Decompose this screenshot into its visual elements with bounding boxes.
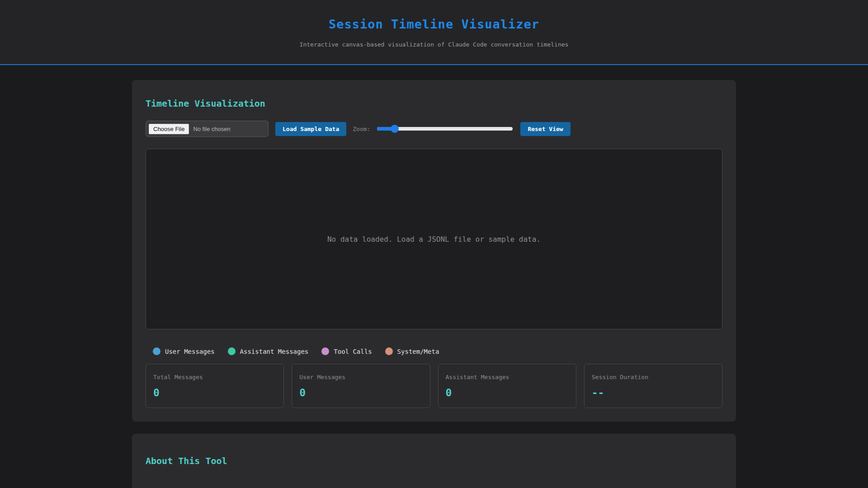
controls-row: Choose File No file chosen Load Sample D… — [146, 121, 722, 137]
stat-value: -- — [592, 387, 715, 399]
legend-label: Assistant Messages — [240, 348, 309, 355]
stat-card-total-messages: Total Messages 0 — [146, 364, 284, 408]
stat-value: 0 — [153, 387, 276, 399]
legend-label: User Messages — [165, 348, 215, 355]
file-input[interactable]: Choose File No file chosen — [146, 121, 269, 137]
legend: User Messages Assistant Messages Tool Ca… — [153, 347, 722, 355]
about-panel: About This Tool — [132, 434, 736, 488]
load-sample-data-button[interactable]: Load Sample Data — [275, 122, 346, 136]
page-header: Session Timeline Visualizer Interactive … — [0, 0, 868, 65]
reset-view-button[interactable]: Reset View — [520, 122, 570, 136]
zoom-label: Zoom: — [353, 126, 370, 132]
file-status-text: No file chosen — [193, 126, 230, 132]
stat-label: User Messages — [299, 374, 422, 380]
stat-value: 0 — [299, 387, 422, 399]
legend-label: System/Meta — [397, 348, 439, 355]
stat-card-assistant-messages: Assistant Messages 0 — [438, 364, 576, 408]
legend-item-assistant: Assistant Messages — [228, 347, 309, 355]
stat-label: Assistant Messages — [446, 374, 569, 380]
about-panel-heading: About This Tool — [146, 455, 722, 466]
stat-card-user-messages: User Messages 0 — [292, 364, 430, 408]
stat-label: Total Messages — [153, 374, 276, 380]
zoom-slider-thumb[interactable] — [391, 125, 399, 133]
stat-label: Session Duration — [592, 374, 715, 380]
page-subtitle: Interactive canvas-based visualization o… — [0, 41, 868, 48]
legend-item-tool-calls: Tool Calls — [321, 347, 372, 355]
stats-row: Total Messages 0 User Messages 0 Assista… — [146, 364, 722, 408]
system-meta-dot-icon — [385, 347, 393, 355]
page-title: Session Timeline Visualizer — [0, 17, 868, 31]
stat-card-session-duration: Session Duration -- — [584, 364, 722, 408]
user-messages-dot-icon — [153, 347, 160, 355]
assistant-messages-dot-icon — [228, 347, 236, 355]
tool-calls-dot-icon — [321, 347, 329, 355]
stat-value: 0 — [446, 387, 569, 399]
legend-item-user: User Messages — [153, 347, 215, 355]
legend-item-system-meta: System/Meta — [385, 347, 439, 355]
legend-label: Tool Calls — [334, 348, 372, 355]
main-container: Timeline Visualization Choose File No fi… — [132, 65, 736, 488]
choose-file-button[interactable]: Choose File — [149, 124, 189, 134]
empty-state-message: No data loaded. Load a JSONL file or sam… — [327, 235, 541, 244]
timeline-panel: Timeline Visualization Choose File No fi… — [132, 80, 736, 422]
timeline-canvas[interactable]: No data loaded. Load a JSONL file or sam… — [146, 149, 722, 329]
timeline-panel-heading: Timeline Visualization — [146, 98, 722, 109]
zoom-slider[interactable] — [377, 125, 513, 133]
